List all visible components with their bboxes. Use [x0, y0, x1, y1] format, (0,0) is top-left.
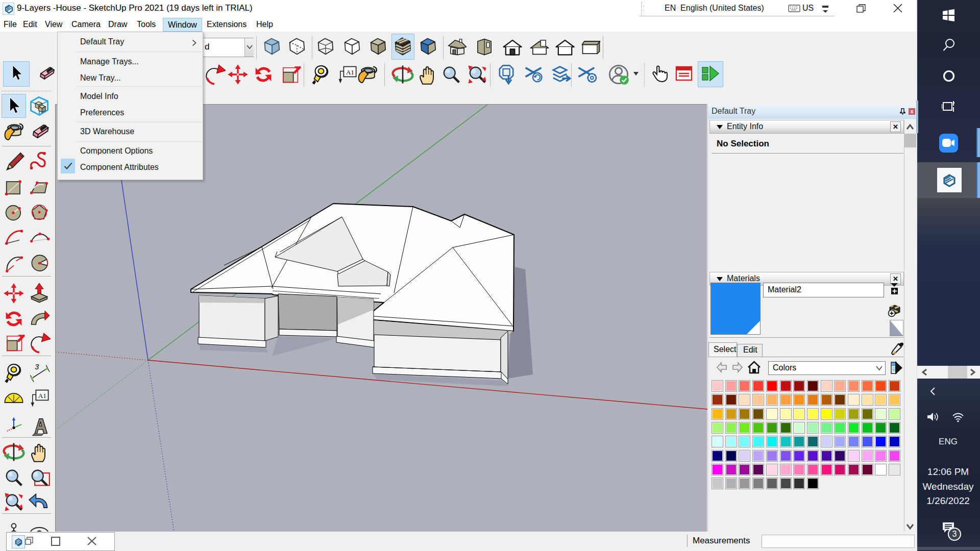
svg-text:A1: A1 [38, 392, 46, 399]
svg-text:A1: A1 [346, 68, 354, 76]
svg-text:3: 3 [35, 363, 39, 371]
